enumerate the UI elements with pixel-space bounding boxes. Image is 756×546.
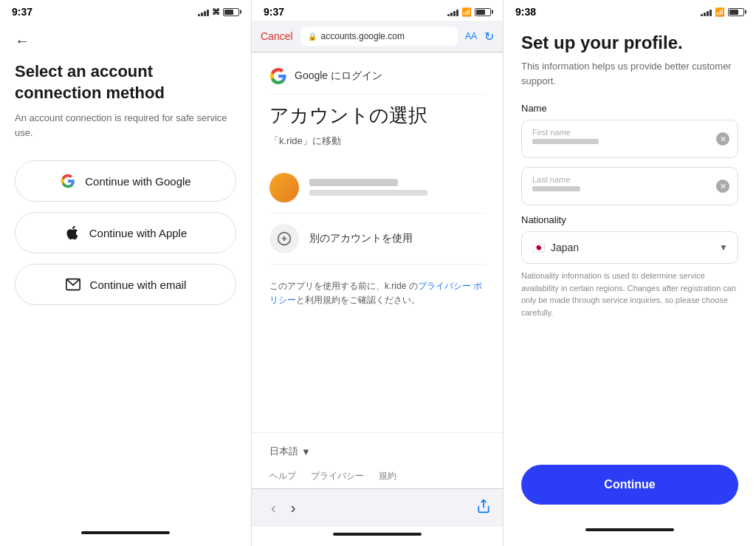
browser-aa-button[interactable]: AA: [465, 31, 477, 41]
profile-subtitle: This information helps us provide better…: [521, 59, 738, 88]
continue-button-wrap: Continue: [504, 465, 756, 516]
nationality-wrap: 🇯🇵 Japan ▼: [521, 231, 738, 264]
email-button-label: Continue with email: [90, 279, 187, 291]
footer-privacy-link[interactable]: プライバシー: [311, 470, 364, 482]
last-name-placeholder-label: Last name: [532, 175, 708, 184]
status-bar-2: 9:37 📶: [252, 0, 503, 21]
google-button-label: Continue with Google: [85, 175, 190, 188]
google-auth-button[interactable]: Continue with Google: [15, 160, 236, 202]
status-bar-1: 9:37 ⌘: [0, 0, 251, 21]
email-icon: [65, 276, 81, 293]
browser-cancel-button[interactable]: Cancel: [261, 30, 293, 42]
back-button-1[interactable]: ←: [15, 33, 236, 50]
google-icon: [60, 173, 76, 189]
nationality-value: Japan: [551, 242, 579, 253]
browser-back-button[interactable]: ‹: [264, 496, 284, 519]
add-account-item[interactable]: 別のアカウントを使用: [269, 214, 485, 265]
browser-address-bar[interactable]: 🔒 accounts.google.com: [300, 27, 458, 46]
status-icons-1: ⌘: [198, 7, 239, 17]
first-name-wrap: First name ✕: [521, 120, 738, 158]
apple-button-label: Continue with Apple: [89, 227, 188, 239]
battery-icon-2: [475, 8, 491, 16]
language-chevron-icon: ▼: [301, 446, 311, 457]
browser-language: 日本語: [269, 445, 298, 458]
home-indicator-3: [585, 528, 674, 531]
privacy-text: このアプリを使用する前に、k.ride のプライバシー ポリシーと利用規約をご確…: [269, 279, 485, 307]
privacy-text-before: このアプリを使用する前に、k.ride の: [269, 281, 418, 291]
nationality-select[interactable]: 🇯🇵 Japan: [521, 231, 738, 264]
panel-account-connection: 9:37 ⌘ ← Select an account connection me…: [0, 0, 252, 546]
browser-address-text: accounts.google.com: [321, 31, 405, 41]
page-title-1: Select an account connection method: [15, 61, 236, 103]
status-icons-3: 📶: [701, 7, 744, 17]
signal-icon-3: [701, 8, 712, 16]
first-name-value-blurred: [532, 139, 599, 144]
signal-icon-2: [447, 8, 458, 16]
status-time-1: 9:37: [12, 6, 32, 18]
lock-icon: 🔒: [308, 33, 317, 41]
nationality-note: Nationality information is used to deter…: [521, 270, 738, 318]
panel3-bottom: [504, 516, 756, 546]
browser-language-bar: 日本語 ▼: [252, 432, 503, 470]
browser-footer: 日本語 ▼ ヘルプ プライバシー 規約 ‹ ›: [252, 432, 503, 546]
panel1-content: ← Select an account connection method An…: [0, 21, 251, 525]
google-signin-header: Google にログイン: [269, 67, 485, 95]
footer-help-link[interactable]: ヘルプ: [269, 470, 296, 482]
status-icons-2: 📶: [447, 7, 491, 17]
name-label: Name: [521, 103, 738, 114]
last-name-clear-button[interactable]: ✕: [716, 180, 729, 193]
apple-icon: [64, 225, 80, 241]
page-subtitle-1: An account connection is required for sa…: [15, 111, 236, 140]
profile-title: Set up your profile.: [521, 33, 738, 53]
first-name-clear-button[interactable]: ✕: [716, 132, 729, 146]
add-account-icon: [269, 224, 299, 253]
apple-auth-button[interactable]: Continue with Apple: [15, 212, 236, 253]
last-name-field-container: Last name: [521, 167, 738, 205]
home-indicator-2: [333, 533, 422, 536]
account-email-blurred: [309, 190, 427, 196]
account-item[interactable]: [269, 163, 485, 214]
last-name-wrap: Last name ✕: [521, 167, 738, 205]
browser-reload-button[interactable]: ↻: [484, 30, 494, 44]
battery-icon-3: [728, 8, 744, 16]
status-time-3: 9:38: [515, 6, 536, 18]
account-name-blurred: [309, 179, 398, 186]
google-header-text: Google にログイン: [295, 69, 382, 83]
home-indicator-1: [81, 531, 170, 534]
last-name-value-blurred: [532, 186, 580, 191]
nationality-flag: 🇯🇵: [532, 242, 545, 253]
google-signin-content: Google にログイン アカウントの選択 「k.ride」に移動 別のアカウン…: [252, 52, 503, 432]
account-select-subtitle: 「k.ride」に移動: [269, 134, 485, 148]
nationality-label: Nationality: [521, 214, 738, 225]
profile-content: Set up your profile. This information he…: [504, 21, 756, 465]
panel-profile-setup: 9:38 📶 Set up your profile. This informa…: [504, 0, 756, 546]
account-info: [309, 179, 485, 196]
browser-footer-links: ヘルプ プライバシー 規約: [252, 470, 503, 488]
browser-share-button[interactable]: [476, 499, 491, 517]
first-name-field-container: First name: [521, 120, 738, 158]
continue-button[interactable]: Continue: [521, 465, 738, 505]
browser-bottom-bar: ‹ ›: [252, 488, 503, 527]
account-select-title: アカウントの選択: [269, 103, 485, 129]
first-name-placeholder-label: First name: [532, 128, 708, 137]
panel-google-signin: 9:37 📶 Cancel 🔒 accounts.google.com AA ↻: [252, 0, 504, 546]
footer-terms-link[interactable]: 規約: [379, 470, 396, 482]
browser-bar: Cancel 🔒 accounts.google.com AA ↻: [252, 21, 503, 52]
status-time-2: 9:37: [264, 6, 284, 18]
wifi-icon-1: ⌘: [212, 7, 220, 17]
wifi-icon-2: 📶: [461, 7, 472, 17]
browser-forward-button[interactable]: ›: [284, 496, 303, 519]
wifi-icon-3: 📶: [715, 7, 725, 17]
account-avatar: [269, 173, 299, 202]
signal-icon-1: [198, 8, 209, 16]
battery-icon-1: [223, 8, 239, 16]
status-bar-3: 9:38 📶: [504, 0, 756, 21]
add-account-label: 別のアカウントを使用: [309, 232, 413, 245]
email-auth-button[interactable]: Continue with email: [15, 264, 236, 305]
privacy-text-middle: と利用規約をご確認ください。: [296, 295, 420, 305]
